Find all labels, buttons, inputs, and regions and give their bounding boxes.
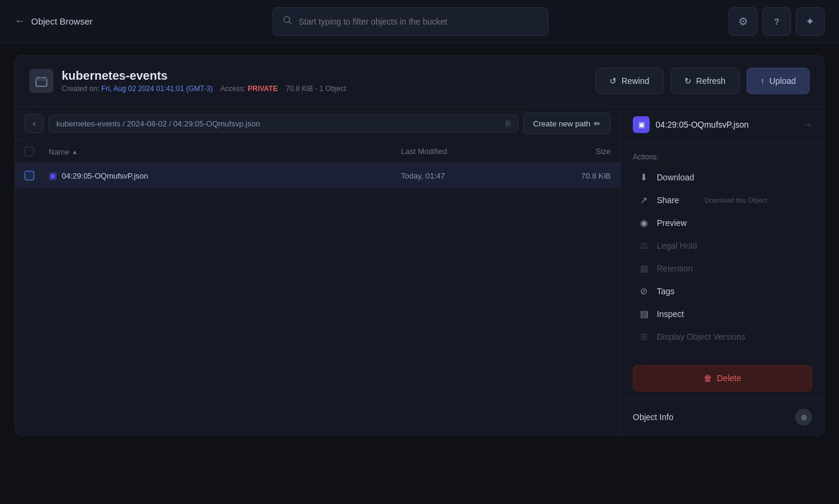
share-tooltip: Download this Object (705, 197, 767, 204)
inspect-label: Inspect (657, 309, 684, 319)
object-info-title: Object Info (633, 412, 674, 422)
search-input[interactable] (298, 17, 538, 26)
nav-title: Object Browser (31, 16, 93, 26)
display-versions-icon: ⊞ (640, 331, 651, 342)
delete-label: Delete (717, 373, 741, 383)
content-row: ‹ kubernetes-events / 2024-08-02 / 04:29… (15, 107, 824, 435)
legal-hold-action[interactable]: ⚖ Legal Hold (633, 234, 812, 257)
search-icon (283, 16, 292, 28)
legal-hold-label: Legal Hold (657, 241, 697, 251)
bucket-card: kubernetes-events Created on: Fri, Aug 0… (14, 55, 825, 436)
bucket-actions: ↺ Rewind ↻ Refresh ↑ Upload (596, 68, 810, 94)
bucket-header: kubernetes-events Created on: Fri, Aug 0… (15, 56, 824, 107)
main-content: kubernetes-events Created on: Fri, Aug 0… (0, 43, 839, 504)
file-dot-icon: ▣ (633, 116, 650, 133)
access-value: PRIVATE (248, 84, 277, 93)
legal-hold-icon: ⚖ (640, 240, 651, 251)
inspect-icon: ▤ (640, 309, 651, 319)
retention-action[interactable]: ▦ Retention (633, 257, 812, 280)
object-info-section: Object Info ⊕ (621, 399, 824, 435)
nav-actions: ⚙ ? ✦ (729, 7, 825, 36)
upload-icon: ↑ (760, 76, 765, 86)
tags-action[interactable]: ⊘ Tags (633, 280, 812, 303)
create-path-icon: ✏ (594, 119, 600, 128)
table-area: ‹ kubernetes-events / 2024-08-02 / 04:29… (15, 107, 620, 435)
created-date: Fri, Aug 02 2024 01:41:01 (GMT-3) (101, 84, 213, 93)
table-header: Name ▲ Last Modified Size (15, 141, 620, 163)
side-panel-filename: 04:29:05-OQmufsvP.json (656, 120, 749, 129)
rewind-icon: ↺ (609, 76, 617, 86)
access-label: Access: (221, 84, 246, 93)
side-panel: ▣ 04:29:05-OQmufsvP.json → Actions: ⬇ Do… (620, 107, 824, 435)
rewind-label: Rewind (621, 76, 650, 86)
download-label: Download (657, 173, 694, 182)
upload-label: Upload (769, 76, 796, 86)
bucket-header-left: kubernetes-events Created on: Fri, Aug 0… (29, 69, 346, 93)
theme-icon: ✦ (805, 15, 814, 28)
refresh-label: Refresh (696, 76, 726, 86)
display-versions-label: Display Object Versions (657, 332, 746, 342)
path-back-button[interactable]: ‹ (25, 114, 44, 133)
file-cell: ▣ 04:29:05-OQmufsvP.json (49, 170, 401, 181)
preview-label: Preview (657, 218, 687, 228)
bucket-meta: Created on: Fri, Aug 02 2024 01:41:01 (G… (62, 84, 346, 93)
tags-label: Tags (657, 286, 675, 296)
download-action[interactable]: ⬇ Download (633, 166, 812, 189)
help-icon: ? (774, 17, 780, 26)
path-text-container: kubernetes-events / 2024-08-02 / 04:29:0… (49, 114, 518, 132)
size-cell: 70.8 KiB (521, 171, 611, 180)
bucket-info: kubernetes-events Created on: Fri, Aug 0… (62, 69, 346, 93)
info-circle-icon[interactable]: ⊕ (795, 409, 812, 425)
refresh-button[interactable]: ↻ Refresh (671, 68, 740, 94)
row-checkbox[interactable] (25, 171, 49, 180)
delete-icon: 🗑 (704, 373, 712, 383)
path-bar: ‹ kubernetes-events / 2024-08-02 / 04:29… (15, 107, 620, 141)
inspect-action[interactable]: ▤ Inspect (633, 303, 812, 325)
svg-line-1 (289, 22, 292, 24)
create-path-button[interactable]: Create new path ✏ (523, 113, 611, 134)
help-button[interactable]: ? (762, 7, 791, 36)
bucket-icon (29, 69, 53, 93)
col-size-header: Size (521, 147, 611, 156)
settings-icon: ⚙ (738, 15, 748, 28)
side-panel-header: ▣ 04:29:05-OQmufsvP.json → (621, 107, 824, 143)
nav-left: ← Object Browser (14, 15, 93, 28)
theme-button[interactable]: ✦ (796, 7, 825, 36)
share-label: Share (657, 195, 679, 205)
bucket-name: kubernetes-events (62, 69, 346, 83)
col-modified-header: Last Modified (401, 147, 521, 156)
actions-label: Actions: (633, 153, 812, 161)
preview-action[interactable]: ◉ Preview (633, 212, 812, 234)
tags-icon: ⊘ (640, 286, 651, 297)
search-bar (273, 7, 548, 36)
settings-button[interactable]: ⚙ (729, 7, 757, 36)
upload-button[interactable]: ↑ Upload (747, 68, 810, 94)
share-action[interactable]: ↗ Share Download this Object (633, 189, 812, 212)
delete-button[interactable]: 🗑 Delete (633, 365, 812, 391)
col-name-header[interactable]: Name ▲ (49, 147, 401, 156)
refresh-icon: ↻ (684, 76, 692, 86)
file-icon: ▣ (49, 170, 57, 181)
created-label: Created on: (62, 84, 99, 93)
file-name: 04:29:05-OQmufsvP.json (62, 171, 148, 180)
display-versions-action[interactable]: ⊞ Display Object Versions (633, 325, 812, 348)
date-cell: Today, 01:47 (401, 171, 521, 180)
preview-icon: ◉ (640, 218, 651, 228)
select-all-checkbox[interactable] (25, 147, 49, 156)
bucket-size: 70.8 KiB - 1 Object (286, 84, 346, 93)
actions-section: Actions: ⬇ Download ↗ Share Download thi… (621, 143, 824, 358)
copy-icon[interactable]: ⎘ (506, 119, 511, 128)
path-text: kubernetes-events / 2024-08-02 / 04:29:0… (56, 119, 260, 128)
share-icon: ↗ (640, 195, 651, 206)
svg-rect-3 (36, 78, 47, 81)
back-arrow-icon[interactable]: ← (14, 15, 25, 28)
object-info-header: Object Info ⊕ (633, 409, 812, 425)
create-path-label: Create new path (533, 119, 590, 128)
expand-icon[interactable]: → (804, 120, 812, 129)
retention-icon: ▦ (640, 263, 651, 274)
table-row[interactable]: ▣ 04:29:05-OQmufsvP.json Today, 01:47 70… (15, 163, 620, 189)
sort-arrow-icon: ▲ (72, 149, 78, 155)
side-panel-title: ▣ 04:29:05-OQmufsvP.json (633, 116, 749, 133)
top-nav: ← Object Browser ⚙ ? ✦ (0, 0, 839, 43)
rewind-button[interactable]: ↺ Rewind (596, 68, 663, 94)
